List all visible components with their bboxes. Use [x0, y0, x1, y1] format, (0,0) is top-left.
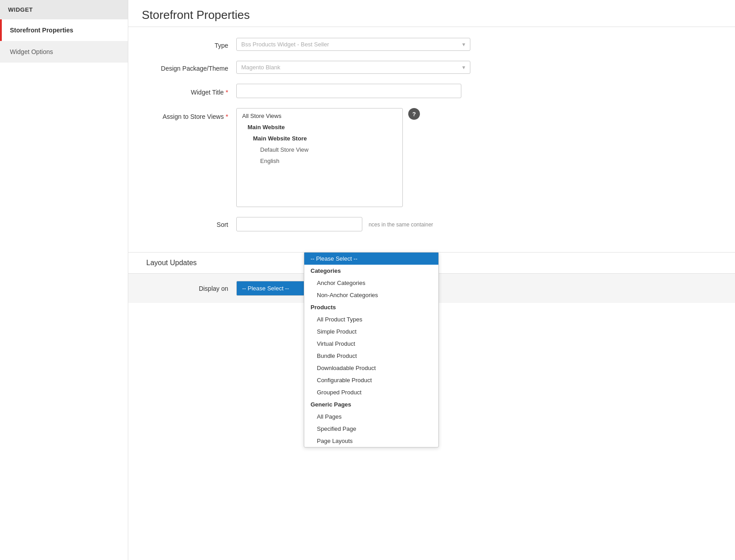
sort-control: nces in the same container: [236, 217, 470, 231]
sidebar-item-storefront-properties[interactable]: Storefront Properties: [0, 19, 128, 41]
dropdown-item-page-layouts[interactable]: Page Layouts: [304, 435, 438, 447]
sort-row: Sort nces in the same container: [146, 217, 717, 231]
design-select[interactable]: Magento Blank ▾: [236, 61, 470, 74]
design-control: Magento Blank ▾: [236, 61, 470, 74]
design-row: Design Package/Theme Magento Blank ▾: [146, 61, 717, 74]
sort-label: Sort: [146, 217, 236, 230]
store-view-all[interactable]: All Store Views: [237, 110, 402, 122]
store-view-main-website[interactable]: Main Website: [237, 122, 402, 133]
store-view-main-website-store[interactable]: Main Website Store: [237, 133, 402, 144]
widget-title-required: *: [225, 88, 228, 96]
dropdown-item-generic-pages-header: Generic Pages: [304, 398, 438, 411]
dropdown-item-categories-header: Categories: [304, 265, 438, 277]
store-view-default[interactable]: Default Store View: [237, 144, 402, 155]
main-content: Storefront Properties Type Bss Products …: [128, 0, 735, 560]
widget-title-control: [236, 84, 470, 98]
same-container-text: nces in the same container: [369, 221, 433, 228]
dropdown-item-simple-product[interactable]: Simple Product: [304, 325, 438, 338]
type-select-arrow-icon: ▾: [462, 41, 465, 48]
type-label: Type: [146, 38, 236, 50]
design-select-arrow-icon: ▾: [462, 64, 465, 71]
store-view-english[interactable]: English: [237, 155, 402, 167]
dropdown-item-grouped-product[interactable]: Grouped Product: [304, 386, 438, 398]
dropdown-item-bundle-product[interactable]: Bundle Product: [304, 350, 438, 362]
store-views-control: All Store Views Main Website Main Websit…: [236, 108, 470, 207]
page-title: Storefront Properties: [142, 8, 721, 22]
type-select[interactable]: Bss Products Widget - Best Seller ▾: [236, 38, 470, 51]
design-label: Design Package/Theme: [146, 61, 236, 73]
widget-title-input[interactable]: [236, 84, 461, 98]
sidebar-header: WIDGET: [0, 0, 128, 19]
dropdown-item-specified-page[interactable]: Specified Page: [304, 423, 438, 435]
store-views-label: Assign to Store Views*: [146, 108, 236, 122]
page-title-bar: Storefront Properties: [128, 0, 735, 27]
dropdown-item-non-anchor-categories[interactable]: Non-Anchor Categories: [304, 289, 438, 301]
widget-title-row: Widget Title*: [146, 84, 717, 98]
form-section: Type Bss Products Widget - Best Seller ▾…: [128, 27, 735, 252]
sidebar: WIDGET Storefront Properties Widget Opti…: [0, 0, 128, 560]
dropdown-item-configurable-product[interactable]: Configurable Product: [304, 374, 438, 386]
store-views-row: Assign to Store Views* All Store Views M…: [146, 108, 717, 207]
display-on-dropdown: -- Please Select -- Categories Anchor Ca…: [304, 252, 439, 447]
display-on-label: Display on: [146, 285, 236, 292]
dropdown-item-downloadable-product[interactable]: Downloadable Product: [304, 362, 438, 374]
store-views-required: *: [225, 113, 228, 120]
type-row: Type Bss Products Widget - Best Seller ▾: [146, 38, 717, 51]
widget-title-label: Widget Title*: [146, 84, 236, 97]
store-views-help-icon[interactable]: ?: [408, 108, 420, 120]
dropdown-item-all-pages[interactable]: All Pages: [304, 411, 438, 423]
type-control: Bss Products Widget - Best Seller ▾: [236, 38, 470, 51]
dropdown-item-please-select[interactable]: -- Please Select --: [304, 253, 438, 265]
dropdown-item-virtual-product[interactable]: Virtual Product: [304, 338, 438, 350]
store-views-list[interactable]: All Store Views Main Website Main Websit…: [236, 108, 403, 207]
sidebar-item-widget-options[interactable]: Widget Options: [0, 41, 128, 63]
dropdown-item-products-header: Products: [304, 301, 438, 313]
dropdown-item-anchor-categories[interactable]: Anchor Categories: [304, 277, 438, 289]
dropdown-item-all-product-types[interactable]: All Product Types: [304, 313, 438, 325]
sort-input[interactable]: [236, 217, 362, 231]
